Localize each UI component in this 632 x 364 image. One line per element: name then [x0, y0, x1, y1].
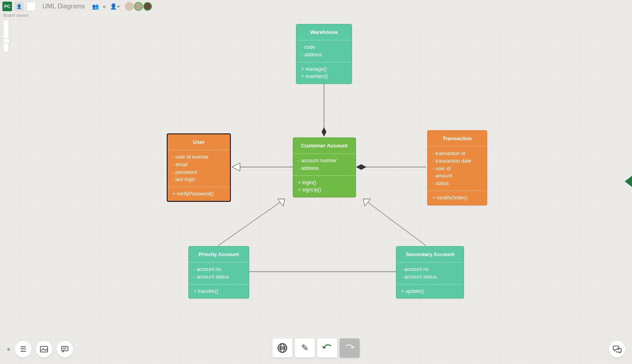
new-board-tile[interactable] [26, 2, 36, 11]
save-status: Board saved [3, 13, 28, 18]
list-view-button[interactable]: ☰ [15, 341, 32, 358]
class-operations: + verifyPassword() [168, 187, 230, 201]
bottom-center-tools: ✎ [272, 338, 360, 358]
edit-button[interactable]: ✎ [295, 338, 315, 358]
class-user[interactable]: User - user id number - email - password… [167, 133, 231, 202]
svg-rect-12 [62, 346, 68, 351]
bottom-right-tools [609, 341, 626, 358]
class-title: Customer Account [293, 138, 356, 154]
class-operations: + login() + signUp() [293, 176, 356, 197]
collaborator-avatars [125, 2, 152, 11]
collapse-icon[interactable]: « [102, 3, 107, 10]
board-title[interactable]: UML Diagrams [42, 3, 85, 10]
redo-button[interactable] [340, 338, 360, 358]
class-warehouse[interactable]: Warehouse - code - address + manage() + … [296, 24, 352, 84]
class-operations: + manage() + maintain() [296, 62, 352, 84]
class-operations: + update() [396, 284, 464, 298]
class-transaction[interactable]: Transaction - transaction id - transacti… [427, 130, 487, 205]
publish-button[interactable] [272, 338, 292, 358]
class-title: Warehouse [296, 24, 352, 40]
class-title: Priority Account [189, 247, 249, 263]
avatar[interactable] [125, 2, 134, 11]
bottom-left-tools: ✳ ☰ [6, 341, 73, 358]
zoom-slider[interactable] [3, 20, 9, 52]
class-secondary-account[interactable]: Secondary Account - account no - account… [396, 246, 464, 298]
comment-button[interactable] [56, 341, 73, 358]
class-attributes: - account no - account status [189, 263, 249, 284]
class-attributes: - transaction id - transaction date - us… [428, 147, 487, 191]
class-attributes: - account no - account status [396, 263, 464, 284]
image-button[interactable] [36, 341, 52, 358]
undo-button[interactable] [317, 338, 337, 358]
class-title: User [168, 134, 230, 150]
class-title: Transaction [428, 131, 487, 147]
class-attributes: - user id number - email - password - la… [168, 150, 230, 187]
top-toolbar: PC 👤 UML Diagrams 👥 « 👤+ [2, 2, 152, 11]
class-title: Secondary Account [396, 247, 464, 263]
class-operations: + modifyOrder() [428, 191, 487, 205]
class-customer-account[interactable]: Customer Account - account number - addr… [293, 137, 356, 197]
class-priority-account[interactable]: Priority Account - account no - account … [188, 246, 249, 298]
add-user-icon[interactable]: 👤+ [109, 3, 121, 10]
avatar[interactable] [143, 2, 152, 11]
class-operations: + transfer() [189, 284, 249, 298]
class-attributes: - code - address [296, 40, 352, 62]
chat-button[interactable] [609, 341, 626, 358]
workspace-tile[interactable]: PC [2, 2, 12, 11]
expand-panel-icon[interactable] [625, 176, 632, 187]
avatar[interactable] [134, 2, 143, 11]
user-avatar-tile[interactable]: 👤 [14, 2, 24, 11]
class-attributes: - account number - address [293, 154, 356, 176]
users-icon[interactable]: 👥 [91, 3, 100, 10]
loading-icon: ✳ [6, 346, 11, 352]
